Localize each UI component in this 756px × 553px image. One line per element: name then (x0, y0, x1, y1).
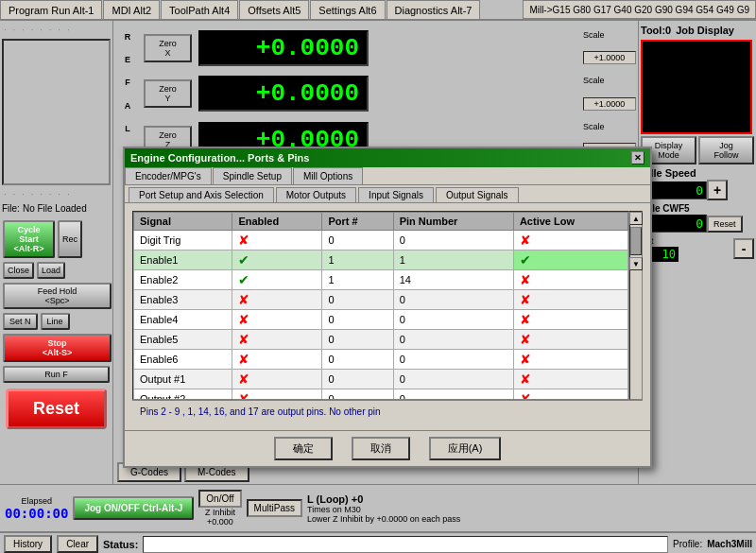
check-disabled-icon: ✘ (520, 292, 531, 307)
active-low-cell[interactable]: ✘ (513, 231, 627, 251)
check-enabled-icon: ✔ (238, 252, 249, 268)
col-header-active-low: Active Low (513, 213, 627, 231)
signal-table-row[interactable]: Output #1 ✘ 0 0 ✘ (134, 370, 628, 389)
check-enabled-icon: ✔ (520, 252, 531, 268)
active-low-cell[interactable]: ✘ (513, 290, 627, 310)
enabled-cell[interactable]: ✔ (232, 251, 322, 270)
modal-subtab-port-setup[interactable]: Port Setup and Axis Selection (129, 187, 274, 202)
check-disabled-icon: ✘ (520, 312, 531, 327)
port-cell: 0 (322, 350, 393, 370)
active-low-cell[interactable]: ✘ (513, 270, 627, 290)
port-cell: 0 (322, 310, 393, 330)
modal-tab-spindle[interactable]: Spindle Setup (213, 167, 292, 184)
check-enabled-icon: ✔ (238, 272, 249, 287)
active-low-cell[interactable]: ✘ (513, 310, 627, 330)
check-disabled-icon: ✘ (238, 312, 249, 327)
enabled-cell[interactable]: ✘ (232, 330, 322, 350)
signal-table: Signal Enabled Port # Pin Number Active … (133, 212, 628, 400)
signal-table-row[interactable]: Enable1 ✔ 1 1 ✔ (134, 251, 628, 270)
scroll-up-arrow[interactable]: ▲ (629, 212, 643, 225)
signal-table-row[interactable]: Digit Trig ✘ 0 0 ✘ (134, 231, 628, 251)
pin-cell: 0 (393, 350, 513, 370)
modal-tab-mill[interactable]: Mill Options (293, 167, 363, 184)
pin-cell: 1 (393, 251, 513, 270)
pin-cell: 0 (393, 310, 513, 330)
col-header-enabled: Enabled (232, 213, 322, 231)
col-header-port: Port # (322, 213, 393, 231)
check-disabled-icon: ✘ (520, 233, 531, 248)
check-disabled-icon: ✘ (238, 391, 249, 400)
pin-cell: 0 (393, 231, 513, 251)
enabled-cell[interactable]: ✘ (232, 350, 322, 370)
pin-cell: 0 (393, 330, 513, 350)
modal-footer: Pins 2 - 9 , 1, 14, 16, and 17 are outpu… (132, 400, 643, 423)
port-cell: 0 (322, 370, 393, 389)
signal-table-row[interactable]: Enable2 ✔ 1 14 ✘ (134, 270, 628, 290)
enabled-cell[interactable]: ✘ (232, 290, 322, 310)
check-disabled-icon: ✘ (520, 272, 531, 287)
signal-table-scroll[interactable]: Signal Enabled Port # Pin Number Active … (132, 211, 629, 400)
check-disabled-icon: ✘ (238, 233, 249, 248)
modal-overlay: Engine Configuration... Ports & Pins ✕ E… (0, 0, 756, 553)
modal-subtabs: Port Setup and Axis Selection Motor Outp… (125, 185, 650, 203)
signal-table-row[interactable]: Output #2 ✘ 0 0 ✘ (134, 389, 628, 401)
modal-actions: 确定 取消 应用(A) (125, 430, 650, 466)
check-disabled-icon: ✘ (520, 352, 531, 367)
table-container: Signal Enabled Port # Pin Number Active … (132, 211, 643, 400)
modal-titlebar: Engine Configuration... Ports & Pins ✕ (125, 148, 650, 167)
signal-name-cell: Enable6 (134, 350, 232, 370)
signal-table-row[interactable]: Enable4 ✘ 0 0 ✘ (134, 310, 628, 330)
enabled-cell[interactable]: ✘ (232, 389, 322, 401)
modal-dialog: Engine Configuration... Ports & Pins ✕ E… (123, 147, 652, 468)
check-disabled-icon: ✘ (238, 332, 249, 347)
signal-name-cell: Output #2 (134, 389, 232, 401)
enabled-cell[interactable]: ✔ (232, 270, 322, 290)
modal-tab-encoder[interactable]: Encoder/MPG's (125, 167, 212, 184)
modal-close-button[interactable]: ✕ (631, 151, 644, 164)
signal-name-cell: Digit Trig (134, 231, 232, 251)
pin-cell: 14 (393, 270, 513, 290)
check-disabled-icon: ✘ (238, 372, 249, 387)
pin-cell: 0 (393, 370, 513, 389)
scroll-thumb[interactable] (630, 227, 642, 255)
pin-cell: 0 (393, 389, 513, 401)
signal-name-cell: Enable2 (134, 270, 232, 290)
check-disabled-icon: ✘ (238, 352, 249, 367)
check-disabled-icon: ✘ (520, 372, 531, 387)
table-scrollbar[interactable]: ▲ ▼ (629, 211, 643, 400)
signal-name-cell: Enable1 (134, 251, 232, 270)
active-low-cell[interactable]: ✘ (513, 350, 627, 370)
signal-table-row[interactable]: Enable6 ✘ 0 0 ✘ (134, 350, 628, 370)
port-cell: 0 (322, 389, 393, 401)
modal-ok-button[interactable]: 确定 (274, 437, 333, 460)
modal-tabs: Encoder/MPG's Spindle Setup Mill Options (125, 167, 650, 185)
scroll-down-arrow[interactable]: ▼ (629, 257, 643, 270)
port-cell: 0 (322, 290, 393, 310)
signal-table-row[interactable]: Enable3 ✘ 0 0 ✘ (134, 290, 628, 310)
enabled-cell[interactable]: ✘ (232, 370, 322, 389)
active-low-cell[interactable]: ✘ (513, 370, 627, 389)
port-cell: 0 (322, 231, 393, 251)
signal-name-cell: Enable4 (134, 310, 232, 330)
check-disabled-icon: ✘ (520, 391, 531, 400)
check-disabled-icon: ✘ (520, 332, 531, 347)
modal-title: Engine Configuration... Ports & Pins (130, 152, 309, 164)
modal-cancel-button[interactable]: 取消 (352, 437, 410, 460)
port-cell: 0 (322, 330, 393, 350)
col-header-pin: Pin Number (393, 213, 513, 231)
enabled-cell[interactable]: ✘ (232, 231, 322, 251)
signal-table-row[interactable]: Enable5 ✘ 0 0 ✘ (134, 330, 628, 350)
active-low-cell[interactable]: ✘ (513, 389, 627, 401)
modal-subtab-output-signals[interactable]: Output Signals (436, 187, 519, 202)
check-disabled-icon: ✘ (238, 292, 249, 307)
port-cell: 1 (322, 251, 393, 270)
active-low-cell[interactable]: ✘ (513, 330, 627, 350)
enabled-cell[interactable]: ✘ (232, 310, 322, 330)
modal-subtab-input-signals[interactable]: Input Signals (358, 187, 434, 202)
modal-apply-button[interactable]: 应用(A) (429, 437, 502, 460)
signal-name-cell: Output #1 (134, 370, 232, 389)
col-header-signal: Signal (134, 213, 232, 231)
modal-subtab-motor-outputs[interactable]: Motor Outputs (276, 187, 356, 202)
active-low-cell[interactable]: ✔ (513, 251, 627, 270)
signal-name-cell: Enable3 (134, 290, 232, 310)
